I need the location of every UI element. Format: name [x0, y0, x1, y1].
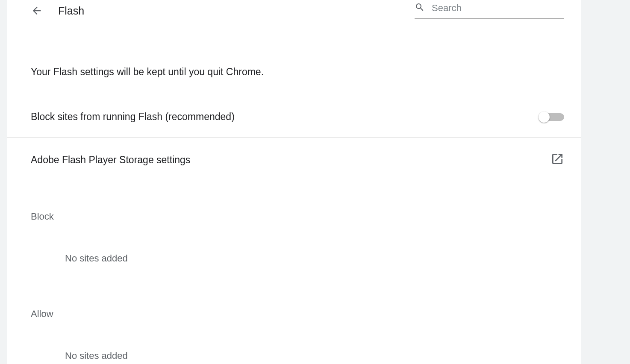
header-left: Flash — [31, 5, 84, 17]
search-container[interactable] — [415, 2, 564, 19]
header: Flash — [7, 0, 581, 21]
back-button[interactable] — [31, 5, 43, 17]
block-flash-setting-row: Block sites from running Flash (recommen… — [31, 111, 564, 137]
adobe-storage-label: Adobe Flash Player Storage settings — [31, 154, 190, 166]
info-message: Your Flash settings will be kept until y… — [31, 65, 564, 79]
block-empty-text: No sites added — [65, 253, 564, 264]
search-icon — [415, 2, 425, 14]
allow-section-header: Allow — [31, 308, 564, 320]
adobe-storage-link-row[interactable]: Adobe Flash Player Storage settings — [31, 138, 564, 182]
toggle-thumb — [539, 112, 550, 123]
page-title: Flash — [58, 5, 84, 17]
settings-panel: Flash Your Flash settings will be kept u… — [7, 0, 581, 364]
content: Your Flash settings will be kept until y… — [7, 65, 581, 361]
block-flash-toggle[interactable] — [540, 113, 564, 121]
search-input[interactable] — [432, 3, 564, 14]
arrow-left-icon — [31, 5, 43, 17]
block-flash-label: Block sites from running Flash (recommen… — [31, 111, 235, 123]
block-section-header: Block — [31, 211, 564, 222]
allow-empty-text: No sites added — [65, 350, 564, 361]
external-link-icon — [551, 152, 564, 167]
